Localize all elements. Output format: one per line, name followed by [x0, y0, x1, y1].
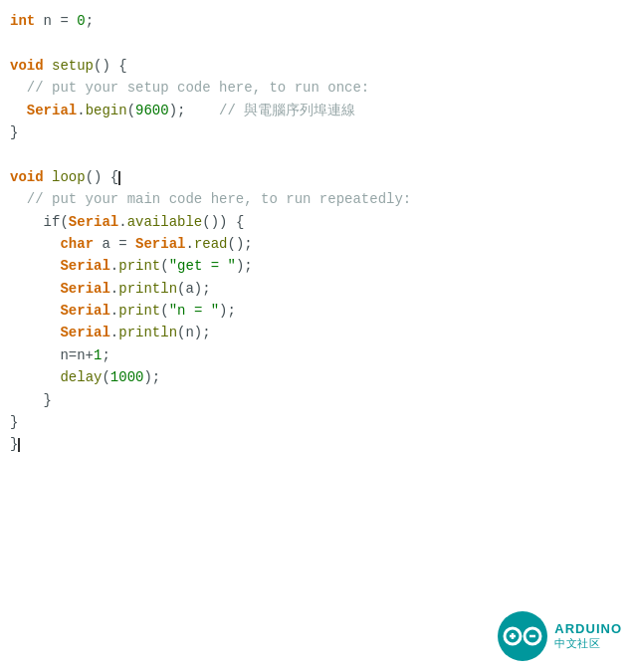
code-line: }: [10, 411, 622, 433]
code-line: Serial.begin(9600); // 與電腦序列埠連線: [10, 100, 622, 121]
code-line: char a = Serial.read();: [10, 233, 622, 255]
code-line: Serial.print("n = ");: [10, 300, 622, 322]
logo-chinese-text: 中文社区: [554, 636, 600, 651]
code-line: }: [10, 389, 622, 411]
code-line: }: [10, 121, 622, 143]
code-line: // put your setup code here, to run once…: [10, 77, 622, 99]
code-line: n=n+1;: [10, 344, 622, 366]
code-line: [10, 32, 622, 54]
code-line: int n = 0;: [10, 10, 622, 32]
arduino-logo: ARDUINO 中文社区: [497, 610, 622, 662]
code-line: }: [10, 433, 622, 455]
code-line: Serial.println(n);: [10, 322, 622, 343]
code-line: void setup() {: [10, 55, 622, 77]
code-line: void loop() {: [10, 166, 622, 188]
code-line: [10, 143, 622, 165]
code-editor: int n = 0; void setup() { // put your se…: [0, 0, 632, 466]
code-line: Serial.println(a);: [10, 278, 622, 300]
code-line: if(Serial.available()) {: [10, 211, 622, 233]
logo-text: ARDUINO 中文社区: [554, 621, 622, 652]
code-line: Serial.print("get = ");: [10, 255, 622, 277]
code-line: // put your main code here, to run repea…: [10, 188, 622, 210]
logo-arduino-text: ARDUINO: [554, 621, 622, 637]
code-line: delay(1000);: [10, 366, 622, 388]
